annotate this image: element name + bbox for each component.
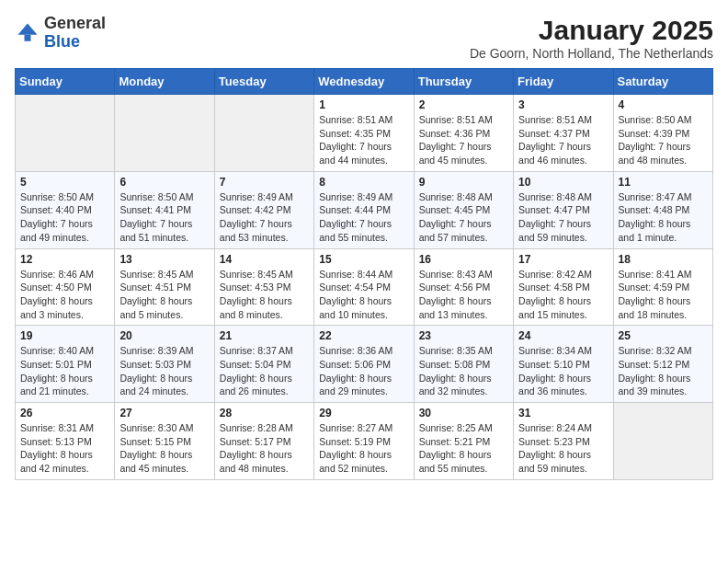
day-info: Sunrise: 8:45 AM Sunset: 4:53 PM Dayligh… xyxy=(220,268,309,322)
calendar-cell: 21Sunrise: 8:37 AM Sunset: 5:04 PM Dayli… xyxy=(214,326,313,403)
page-title: January 2025 xyxy=(470,15,713,46)
calendar-cell: 5Sunrise: 8:50 AM Sunset: 4:40 PM Daylig… xyxy=(16,171,115,248)
calendar-cell: 19Sunrise: 8:40 AM Sunset: 5:01 PM Dayli… xyxy=(16,326,115,403)
calendar-cell: 11Sunrise: 8:47 AM Sunset: 4:48 PM Dayli… xyxy=(613,171,712,248)
day-number: 25 xyxy=(619,329,708,342)
weekday-header: Thursday xyxy=(414,69,513,95)
day-info: Sunrise: 8:51 AM Sunset: 4:36 PM Dayligh… xyxy=(419,113,508,167)
day-info: Sunrise: 8:39 AM Sunset: 5:03 PM Dayligh… xyxy=(119,344,209,398)
day-number: 11 xyxy=(619,176,708,189)
logo-icon xyxy=(15,20,40,46)
calendar-table: SundayMondayTuesdayWednesdayThursdayFrid… xyxy=(15,68,713,480)
calendar-cell: 28Sunrise: 8:28 AM Sunset: 5:17 PM Dayli… xyxy=(214,403,313,480)
calendar-cell: 13Sunrise: 8:45 AM Sunset: 4:51 PM Dayli… xyxy=(115,248,214,326)
day-info: Sunrise: 8:31 AM Sunset: 5:13 PM Dayligh… xyxy=(20,421,109,476)
day-number: 31 xyxy=(518,407,608,419)
day-number: 24 xyxy=(518,329,608,342)
day-info: Sunrise: 8:37 AM Sunset: 5:04 PM Dayligh… xyxy=(220,344,309,398)
day-info: Sunrise: 8:49 AM Sunset: 4:42 PM Dayligh… xyxy=(220,190,309,245)
calendar-cell xyxy=(214,95,313,172)
day-info: Sunrise: 8:43 AM Sunset: 4:56 PM Dayligh… xyxy=(419,268,508,322)
weekday-header: Friday xyxy=(514,69,613,95)
day-info: Sunrise: 8:48 AM Sunset: 4:45 PM Dayligh… xyxy=(419,190,508,245)
title-block: January 2025 De Goorn, North Holland, Th… xyxy=(470,15,713,61)
day-number: 23 xyxy=(419,329,508,342)
day-info: Sunrise: 8:50 AM Sunset: 4:40 PM Dayligh… xyxy=(20,190,109,245)
day-info: Sunrise: 8:30 AM Sunset: 5:15 PM Dayligh… xyxy=(119,421,209,476)
weekday-header: Wednesday xyxy=(314,69,414,95)
day-number: 18 xyxy=(619,253,708,266)
day-number: 4 xyxy=(619,98,708,111)
day-info: Sunrise: 8:34 AM Sunset: 5:10 PM Dayligh… xyxy=(518,344,608,398)
day-number: 3 xyxy=(518,98,608,111)
day-info: Sunrise: 8:28 AM Sunset: 5:17 PM Dayligh… xyxy=(220,421,309,476)
day-info: Sunrise: 8:41 AM Sunset: 4:59 PM Dayligh… xyxy=(619,268,708,322)
calendar-cell: 7Sunrise: 8:49 AM Sunset: 4:42 PM Daylig… xyxy=(214,171,313,248)
day-info: Sunrise: 8:24 AM Sunset: 5:23 PM Dayligh… xyxy=(518,421,608,476)
calendar-cell: 2Sunrise: 8:51 AM Sunset: 4:36 PM Daylig… xyxy=(414,95,513,172)
day-number: 6 xyxy=(119,176,209,189)
calendar-cell: 20Sunrise: 8:39 AM Sunset: 5:03 PM Dayli… xyxy=(115,326,214,403)
calendar-week-row: 5Sunrise: 8:50 AM Sunset: 4:40 PM Daylig… xyxy=(16,171,713,248)
calendar-header-row: SundayMondayTuesdayWednesdayThursdayFrid… xyxy=(16,69,713,95)
svg-marker-0 xyxy=(18,23,38,34)
calendar-cell: 3Sunrise: 8:51 AM Sunset: 4:37 PM Daylig… xyxy=(514,95,613,172)
calendar-cell: 25Sunrise: 8:32 AM Sunset: 5:12 PM Dayli… xyxy=(613,326,712,403)
calendar-week-row: 1Sunrise: 8:51 AM Sunset: 4:35 PM Daylig… xyxy=(16,95,713,172)
day-number: 2 xyxy=(419,98,508,111)
weekday-header: Saturday xyxy=(613,69,712,95)
weekday-header: Tuesday xyxy=(214,69,313,95)
calendar-cell: 18Sunrise: 8:41 AM Sunset: 4:59 PM Dayli… xyxy=(613,248,712,326)
day-number: 17 xyxy=(518,253,608,266)
day-number: 15 xyxy=(319,253,408,266)
day-info: Sunrise: 8:44 AM Sunset: 4:54 PM Dayligh… xyxy=(319,268,408,322)
calendar-cell: 17Sunrise: 8:42 AM Sunset: 4:58 PM Dayli… xyxy=(514,248,613,326)
calendar-cell: 12Sunrise: 8:46 AM Sunset: 4:50 PM Dayli… xyxy=(16,248,115,326)
calendar-cell: 16Sunrise: 8:43 AM Sunset: 4:56 PM Dayli… xyxy=(414,248,513,326)
calendar-cell xyxy=(613,403,712,480)
day-number: 30 xyxy=(419,407,508,419)
day-number: 13 xyxy=(119,253,209,266)
day-info: Sunrise: 8:46 AM Sunset: 4:50 PM Dayligh… xyxy=(20,268,109,322)
calendar-cell: 8Sunrise: 8:49 AM Sunset: 4:44 PM Daylig… xyxy=(314,171,414,248)
day-info: Sunrise: 8:36 AM Sunset: 5:06 PM Dayligh… xyxy=(319,344,408,398)
day-number: 21 xyxy=(220,329,309,342)
day-number: 5 xyxy=(20,176,109,189)
day-info: Sunrise: 8:25 AM Sunset: 5:21 PM Dayligh… xyxy=(419,421,508,476)
day-info: Sunrise: 8:35 AM Sunset: 5:08 PM Dayligh… xyxy=(419,344,508,398)
day-number: 9 xyxy=(419,176,508,189)
logo-general: General xyxy=(44,14,106,32)
calendar-cell xyxy=(115,95,214,172)
calendar-cell: 14Sunrise: 8:45 AM Sunset: 4:53 PM Dayli… xyxy=(214,248,313,326)
day-number: 8 xyxy=(319,176,408,189)
day-number: 14 xyxy=(220,253,309,266)
calendar-cell: 22Sunrise: 8:36 AM Sunset: 5:06 PM Dayli… xyxy=(314,326,414,403)
weekday-header: Sunday xyxy=(16,69,115,95)
day-info: Sunrise: 8:49 AM Sunset: 4:44 PM Dayligh… xyxy=(319,190,408,245)
day-info: Sunrise: 8:45 AM Sunset: 4:51 PM Dayligh… xyxy=(119,268,209,322)
logo-blue: Blue xyxy=(44,32,80,51)
day-number: 26 xyxy=(20,407,109,419)
day-number: 12 xyxy=(20,253,109,266)
calendar-week-row: 12Sunrise: 8:46 AM Sunset: 4:50 PM Dayli… xyxy=(16,248,713,326)
page-header: General Blue January 2025 De Goorn, Nort… xyxy=(15,15,713,61)
day-info: Sunrise: 8:47 AM Sunset: 4:48 PM Dayligh… xyxy=(619,190,708,245)
calendar-cell: 4Sunrise: 8:50 AM Sunset: 4:39 PM Daylig… xyxy=(613,95,712,172)
page-subtitle: De Goorn, North Holland, The Netherlands xyxy=(470,46,713,61)
day-info: Sunrise: 8:27 AM Sunset: 5:19 PM Dayligh… xyxy=(319,421,408,476)
day-number: 29 xyxy=(319,407,408,419)
calendar-cell: 6Sunrise: 8:50 AM Sunset: 4:41 PM Daylig… xyxy=(115,171,214,248)
calendar-cell: 31Sunrise: 8:24 AM Sunset: 5:23 PM Dayli… xyxy=(514,403,613,480)
day-number: 28 xyxy=(220,407,309,419)
calendar-cell: 24Sunrise: 8:34 AM Sunset: 5:10 PM Dayli… xyxy=(514,326,613,403)
day-info: Sunrise: 8:42 AM Sunset: 4:58 PM Dayligh… xyxy=(518,268,608,322)
day-info: Sunrise: 8:48 AM Sunset: 4:47 PM Dayligh… xyxy=(518,190,608,245)
day-number: 22 xyxy=(319,329,408,342)
calendar-cell xyxy=(16,95,115,172)
calendar-cell: 26Sunrise: 8:31 AM Sunset: 5:13 PM Dayli… xyxy=(16,403,115,480)
svg-rect-1 xyxy=(25,35,31,41)
day-number: 10 xyxy=(518,176,608,189)
day-info: Sunrise: 8:50 AM Sunset: 4:39 PM Dayligh… xyxy=(619,113,708,167)
day-number: 16 xyxy=(419,253,508,266)
weekday-header: Monday xyxy=(115,69,214,95)
